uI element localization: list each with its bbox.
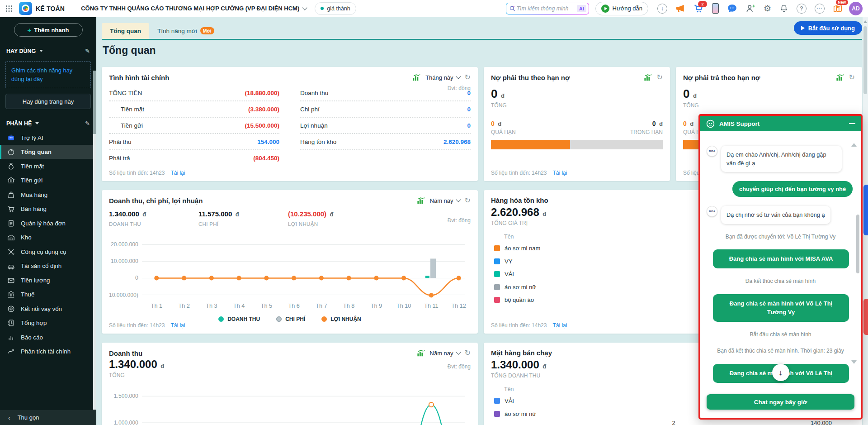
app-logo-icon[interactable] [19, 2, 32, 15]
sidebar-item-loan[interactable]: Kết nối vay vốn [0, 301, 96, 316]
svg-text:1.000.000: 1.000.000 [114, 420, 138, 425]
frequently-used-section-header[interactable]: HAY DÙNG ✎ [6, 48, 90, 54]
sidebar-item-tax[interactable]: Thuế [0, 287, 96, 302]
tag-label: giá thành [327, 5, 350, 12]
tab-new-features[interactable]: Tính năng mới Mới [149, 23, 222, 39]
sidebar-item-invoice[interactable]: Quản lý hóa đơn [0, 216, 96, 230]
finance-row: Tiền gửi(15.500.000) [109, 118, 279, 134]
tab-bar: Tổng quan Tính năng mới Mới [102, 21, 222, 39]
chart-type-icon[interactable] [412, 73, 421, 81]
modules-section-header[interactable]: PHÂN HỆ ✎ [6, 120, 90, 127]
sidebar-item-warehouse[interactable]: Kho [0, 230, 96, 245]
chart-legend-item[interactable]: LỢI NHUẬN [321, 316, 361, 322]
scrollbar-up-arrow-icon[interactable] [863, 20, 867, 23]
sidebar-item-analysis[interactable]: Phân tích tài chính [0, 344, 96, 359]
tab-overview[interactable]: Tổng quan [102, 23, 149, 39]
help-icon[interactable]: ? [797, 4, 807, 14]
chat-message-system: Bạn đã kết thúc chia sẻ màn hình. Thời g… [707, 347, 854, 355]
quick-add-button[interactable]: + Thêm nhanh [14, 23, 83, 37]
refresh-icon[interactable]: ↻ [657, 74, 663, 81]
refresh-icon[interactable]: ↻ [465, 74, 471, 81]
avatar[interactable]: AD [849, 2, 863, 15]
chart-type-icon[interactable] [417, 349, 425, 357]
scroll-down-icon[interactable] [851, 360, 857, 364]
period-dropdown[interactable]: Năm nay [430, 350, 460, 357]
chat-messages[interactable]: MISADạ em chào Anh/chị, Anh/chị đang gặp… [700, 131, 861, 387]
chat-bubble-icon[interactable] [727, 4, 737, 13]
chat-message-share[interactable]: Đang chia sẻ màn hình với Võ Lê Thị Tườn… [713, 294, 849, 322]
sidebar-scrollbar[interactable] [93, 71, 96, 410]
download-icon[interactable]: ↓ [657, 4, 667, 14]
currency: đ [501, 92, 505, 99]
cart-icon[interactable]: 2 [693, 4, 704, 13]
sidebar-item-salary[interactable]: Tiền lương [0, 273, 96, 287]
add-user-icon[interactable] [745, 4, 755, 13]
total-amount: 0 đ TỔNG [491, 87, 663, 109]
reload-link[interactable]: Tải lại [552, 322, 567, 329]
use-this-page-button[interactable]: Hay dùng trang này [5, 94, 91, 109]
chat-header[interactable]: AMIS Support [700, 116, 861, 131]
sidebar-item-report[interactable]: Báo cáo [0, 330, 96, 344]
chart-type-icon[interactable] [836, 73, 844, 81]
revenue-chart[interactable]: 1.500.0001.000.000 [109, 388, 471, 425]
sidebar-item-sales[interactable]: Bán hàng [0, 202, 96, 216]
context-tag-gia-thanh[interactable]: giá thành [315, 2, 356, 15]
refresh-icon[interactable]: ↻ [465, 197, 471, 204]
reload-link[interactable]: Tải lại [170, 322, 185, 329]
refresh-icon[interactable]: ↻ [849, 74, 855, 81]
megaphone-icon[interactable] [675, 4, 685, 13]
chat-now-button[interactable]: Chat ngay bây giờ [707, 394, 854, 410]
company-selector[interactable]: CÔNG TY TNHH QUẢNG CÁO THƯƠNG MẠI HỢP CƯ… [81, 5, 307, 12]
collapse-sidebar-button[interactable]: ‹ Thu gọn [0, 410, 96, 425]
gear-icon[interactable]: ⚙ [764, 3, 771, 14]
chat-message-share[interactable]: Đang chia sẻ màn hình với MISA AVA [713, 249, 849, 268]
hidden-floating-button-red[interactable] [863, 299, 868, 335]
card-footer: Số liệu tính đến: 14h23Tải lại [109, 322, 185, 329]
minimize-icon[interactable] [849, 123, 855, 124]
finance-row-value: (15.500.000) [245, 122, 279, 129]
mobile-app-icon[interactable] [712, 3, 719, 14]
chevron-down-icon [302, 5, 307, 10]
scroll-up-icon[interactable] [851, 143, 857, 147]
sidebar-item-general-ledger[interactable]: Tổng hợp [0, 316, 96, 330]
guide-button[interactable]: Hướng dẫn [595, 2, 648, 15]
chart-legend-item[interactable]: CHI PHÍ [276, 316, 305, 322]
sales-icon [6, 205, 15, 213]
period-dropdown[interactable]: Năm nay [430, 197, 460, 204]
chat-scrollbar-thumb[interactable] [856, 215, 859, 273]
edit-pencil-icon[interactable]: ✎ [85, 48, 90, 54]
sidebar-item-label: Tài sản cố định [21, 263, 61, 269]
svg-text:Th 8: Th 8 [343, 303, 354, 309]
scrollbar-thumb[interactable] [863, 26, 867, 94]
sidebar-item-ai-assistant[interactable]: Trợ lý AI [0, 130, 96, 145]
chart-legend-item[interactable]: DOANH THU [218, 316, 260, 322]
map-guide-icon[interactable]: New [833, 4, 843, 13]
period-dropdown[interactable]: Tháng này [425, 74, 460, 81]
reload-link[interactable]: Tải lại [552, 170, 567, 176]
sidebar-item-bank-deposit[interactable]: Tiền gửi [0, 173, 96, 188]
reload-link[interactable]: Tải lại [170, 170, 185, 176]
chart-type-icon[interactable] [644, 73, 652, 81]
app-launcher-grid-icon[interactable] [5, 5, 13, 12]
edit-pencil-icon[interactable]: ✎ [85, 120, 90, 127]
chart-type-icon[interactable] [417, 196, 425, 205]
sidebar-item-overview[interactable]: Tổng quan [0, 145, 96, 159]
bell-icon[interactable] [779, 4, 788, 13]
finance-row-label: Phải thu [109, 138, 132, 145]
sidebar-item-fixed-asset[interactable]: Tài sản cố định [0, 259, 96, 273]
hidden-floating-button-blue[interactable] [863, 185, 868, 235]
profit-chart[interactable]: 20.000.00010.000.0000(10.000.000)Th 1Th … [109, 241, 471, 310]
sidebar-item-tools[interactable]: Công cụ dụng cụ [0, 244, 96, 259]
sidebar-item-purchase[interactable]: Mua hàng [0, 187, 96, 202]
legend-dot-icon [218, 316, 224, 322]
total-label: TỔNG [109, 372, 471, 378]
scroll-to-bottom-button[interactable]: ↓ [772, 364, 789, 381]
tools-icon [6, 248, 15, 256]
pin-hint-box[interactable]: Ghim các tính năng hay dùng tại đây [5, 61, 91, 88]
refresh-icon[interactable]: ↻ [465, 349, 471, 357]
start-using-button[interactable]: Bắt đầu sử dụng [794, 21, 862, 35]
search-input[interactable] [516, 5, 571, 12]
sidebar-item-cash[interactable]: Tiền mặt [0, 159, 96, 173]
more-options-icon[interactable]: ··· [815, 4, 825, 14]
smart-search-box[interactable]: AI [506, 3, 589, 14]
